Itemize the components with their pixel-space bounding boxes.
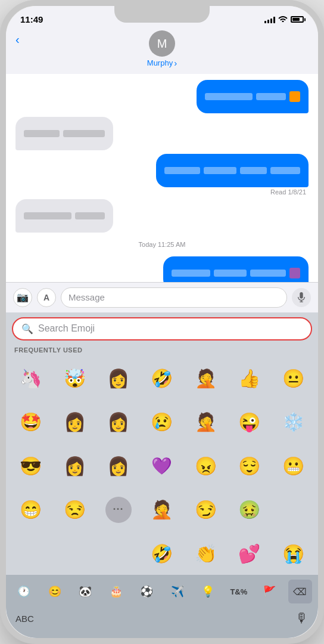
emoji-cell[interactable]: 😒: [53, 488, 95, 531]
emoji-cell[interactable]: 😁: [10, 488, 52, 531]
emoji-cell[interactable]: 💜: [141, 445, 183, 487]
timestamp-center: Today 11:25 AM: [15, 241, 309, 248]
emoji-cell[interactable]: 👩: [53, 445, 95, 487]
nav-header: ‹ M Murphy: [6, 28, 318, 74]
message-row: [15, 117, 309, 150]
message-row: Read 1/8/21: [15, 154, 309, 196]
emoji-cell[interactable]: 🤢: [228, 488, 270, 531]
battery-icon: [291, 16, 304, 23]
message-bubble-sent: [163, 256, 309, 282]
emoji-cell[interactable]: 🤩: [10, 401, 52, 443]
emoji-cell[interactable]: 👩: [97, 445, 139, 487]
message-row: [15, 80, 309, 113]
activity-emoji-button[interactable]: ⚽: [135, 580, 158, 603]
message-meta-read: Read 1/8/21: [268, 188, 309, 196]
contact-avatar[interactable]: M: [149, 30, 175, 57]
search-emoji-placeholder: Search Emoji: [38, 323, 95, 334]
phone-frame: 11:49: [0, 0, 324, 644]
emoji-cell[interactable]: [53, 532, 95, 575]
emoji-cell[interactable]: 🤯: [53, 357, 95, 400]
emoji-cell[interactable]: [10, 532, 52, 575]
emoji-search-bar[interactable]: 🔍 Search Emoji: [12, 317, 312, 340]
emoji-cell[interactable]: 😬: [272, 445, 314, 487]
freq-used-label: FREQUENTLY USED: [6, 345, 318, 357]
wifi-icon: [278, 15, 288, 24]
camera-button[interactable]: 📷: [13, 288, 32, 307]
emoji-cell[interactable]: 😭: [272, 532, 314, 575]
emoji-cell[interactable]: 😏: [185, 488, 227, 531]
search-icon: 🔍: [21, 323, 33, 335]
emoji-cell[interactable]: ❄️: [272, 401, 314, 443]
microphone-icon[interactable]: 🎙: [295, 611, 309, 626]
emoji-cell[interactable]: 💕: [228, 532, 270, 575]
emoji-cell[interactable]: [272, 488, 314, 531]
message-input-bar: 📷 A Message: [6, 282, 318, 312]
emoji-keyboard: 🔍 Search Emoji FREQUENTLY USED 🦄 🤯 👩 🤣 🤦…: [6, 312, 318, 638]
delete-emoji-button[interactable]: ⌫: [288, 580, 312, 603]
symbols-emoji-button[interactable]: T&%: [227, 580, 251, 603]
recent-emoji-button[interactable]: 🕐: [12, 580, 36, 603]
message-row: Delivered: [15, 256, 309, 282]
emoji-cell[interactable]: 🤣: [141, 532, 183, 575]
food-emoji-button[interactable]: 🎂: [104, 580, 128, 603]
keyboard-bottom: 🕐 😊 🐼 🎂 ⚽ ✈️ 💡 T&% 🚩 ⌫: [6, 575, 318, 608]
svg-rect-0: [300, 292, 303, 299]
emoji-cell[interactable]: 😐: [272, 357, 314, 400]
status-bar: 11:49: [6, 6, 318, 28]
message-placeholder: Message: [68, 292, 105, 302]
emoji-cell[interactable]: 😠: [185, 445, 227, 487]
objects-emoji-button[interactable]: 💡: [196, 580, 220, 603]
back-button[interactable]: ‹: [15, 33, 20, 47]
message-bubble-received: [15, 117, 113, 150]
emoji-cell[interactable]: 😎: [10, 445, 52, 487]
status-icons: [264, 15, 304, 24]
contact-initial: M: [157, 37, 167, 51]
emoji-cell[interactable]: 👏: [185, 532, 227, 575]
emoji-cell[interactable]: 😌: [228, 445, 270, 487]
phone-screen: 11:49: [6, 6, 318, 638]
emoji-cell[interactable]: 😜: [228, 401, 270, 443]
apps-button[interactable]: A: [37, 288, 56, 307]
emoji-cell[interactable]: 👩: [97, 401, 139, 443]
emoji-cell[interactable]: 😢: [141, 401, 183, 443]
message-bubble-sent: [197, 80, 309, 113]
message-input[interactable]: Message: [61, 287, 287, 308]
messages-area: Read 1/8/21 Today 11:25 AM: [6, 74, 318, 282]
animal-emoji-button[interactable]: 🐼: [73, 580, 97, 603]
emoji-cell[interactable]: ···: [97, 488, 139, 531]
emoji-cell[interactable]: 👩: [53, 401, 95, 443]
contact-name[interactable]: Murphy: [147, 58, 177, 68]
message-row: [15, 199, 309, 233]
abc-label[interactable]: ABC: [15, 614, 34, 624]
travel-emoji-button[interactable]: ✈️: [166, 580, 189, 603]
more-emojis-button[interactable]: ···: [105, 497, 132, 523]
smiley-emoji-button[interactable]: 😊: [43, 580, 67, 603]
status-time: 11:49: [20, 14, 43, 24]
emoji-cell[interactable]: 🤦: [141, 488, 183, 531]
mic-button[interactable]: [292, 288, 311, 307]
emoji-cell[interactable]: 🤦: [185, 401, 227, 443]
emoji-cell[interactable]: 👩: [97, 357, 139, 400]
emoji-cell[interactable]: [97, 532, 139, 575]
emoji-grid: 🦄 🤯 👩 🤣 🤦 👍 😐 🤩 👩 👩 😢 🤦 😜 ❄️ 😎 👩 👩: [6, 357, 318, 575]
message-bubble-received: [15, 199, 113, 233]
flags-emoji-button[interactable]: 🚩: [257, 580, 281, 603]
keyboard-footer: ABC 🎙: [6, 608, 318, 638]
emoji-cell[interactable]: 🦄: [10, 357, 52, 400]
signal-icon: [264, 16, 275, 23]
emoji-cell[interactable]: 🤣: [141, 357, 183, 400]
message-bubble-sent: [156, 154, 309, 187]
emoji-cell[interactable]: 👍: [228, 357, 270, 400]
emoji-cell[interactable]: 🤦: [185, 357, 227, 400]
